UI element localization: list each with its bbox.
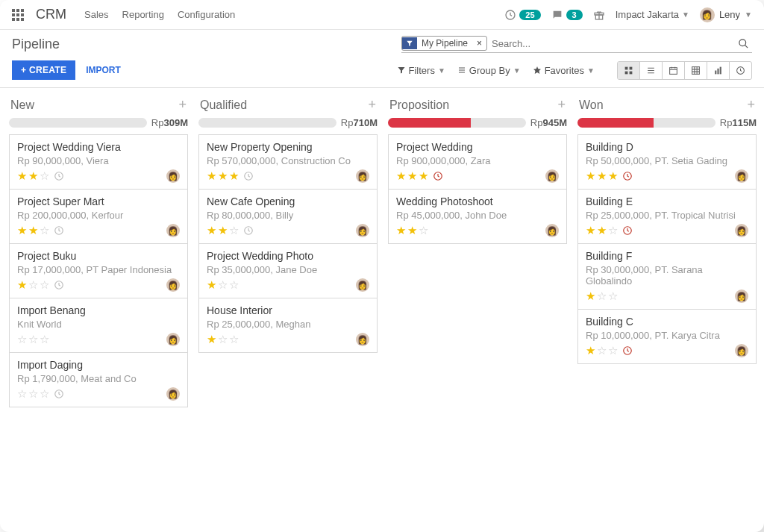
star-icon[interactable]: ★ <box>608 169 618 183</box>
star-icon[interactable]: ★ <box>396 169 406 183</box>
nav-reporting[interactable]: Reporting <box>122 9 164 20</box>
star-icon[interactable]: ★ <box>586 344 595 357</box>
import-link[interactable]: IMPORT <box>86 65 121 75</box>
star-icon[interactable]: ☆ <box>229 333 239 346</box>
avatar[interactable]: 👩 <box>166 278 180 292</box>
kanban-card[interactable]: Project BukuRp 17,000,000, PT Paper Indo… <box>9 243 188 298</box>
star-icon[interactable]: ☆ <box>17 333 27 346</box>
star-icon[interactable]: ☆ <box>40 333 49 346</box>
star-icon[interactable]: ★ <box>28 169 38 183</box>
star-icon[interactable]: ★ <box>407 224 417 237</box>
kanban-card[interactable]: Project Wedding VieraRp 90,000,000, Vier… <box>9 134 188 190</box>
nav-sales[interactable]: Sales <box>84 9 109 20</box>
avatar[interactable]: 👩 <box>166 169 180 183</box>
kanban-card[interactable]: Import BenangKnit World☆☆☆👩 <box>9 298 188 353</box>
search-input[interactable] <box>492 38 735 49</box>
star-icon[interactable]: ☆ <box>40 278 49 292</box>
star-icon[interactable]: ☆ <box>229 224 239 237</box>
search-icon[interactable] <box>735 38 752 49</box>
star-icon[interactable]: ☆ <box>40 387 49 401</box>
user-menu[interactable]: 👩 Leny ▼ <box>700 7 752 22</box>
clock-icon[interactable] <box>622 225 633 236</box>
clock-icon[interactable] <box>433 171 443 181</box>
nav-configuration[interactable]: Configuration <box>178 9 235 20</box>
gift-icon[interactable] <box>593 9 605 21</box>
avatar[interactable]: 👩 <box>356 333 369 346</box>
add-card-button[interactable]: + <box>178 97 187 113</box>
star-icon[interactable]: ★ <box>28 224 38 237</box>
star-icon[interactable]: ★ <box>207 169 216 183</box>
clock-icon[interactable] <box>243 225 254 236</box>
column-title[interactable]: Qualified <box>200 98 247 112</box>
clock-icon[interactable] <box>54 280 64 290</box>
star-icon[interactable]: ★ <box>586 224 595 237</box>
star-icon[interactable]: ☆ <box>28 387 38 401</box>
star-icon[interactable]: ★ <box>407 169 417 183</box>
create-button[interactable]: + CREATE <box>12 60 75 80</box>
avatar[interactable]: 👩 <box>735 290 748 303</box>
star-icon[interactable]: ★ <box>597 169 607 183</box>
star-icon[interactable]: ★ <box>229 169 239 183</box>
kanban-card[interactable]: Project Super MartRp 200,000,000, Kerfou… <box>9 189 188 244</box>
star-icon[interactable]: ☆ <box>419 224 428 237</box>
add-card-button[interactable]: + <box>557 97 566 113</box>
column-progress[interactable] <box>198 118 336 128</box>
star-icon[interactable]: ☆ <box>28 333 38 346</box>
star-icon[interactable]: ☆ <box>597 290 607 303</box>
kanban-card[interactable]: Wedding PhotoshootRp 45,000,000, John Do… <box>388 189 567 244</box>
avatar[interactable]: 👩 <box>735 224 748 237</box>
view-pivot[interactable] <box>685 62 707 79</box>
column-progress[interactable] <box>9 118 147 128</box>
add-card-button[interactable]: + <box>747 97 755 113</box>
view-kanban[interactable] <box>618 62 640 79</box>
view-activity[interactable] <box>730 62 751 79</box>
clock-icon[interactable] <box>54 389 64 399</box>
kanban-card[interactable]: New Cafe OpeningRp 80,000,000, Billy★★☆👩 <box>198 189 378 244</box>
kanban-card[interactable]: Building CRp 10,000,000, PT. Karya Citra… <box>577 309 757 364</box>
star-icon[interactable]: ☆ <box>218 333 228 346</box>
groupby-button[interactable]: Group By▼ <box>457 65 521 76</box>
avatar[interactable]: 👩 <box>356 169 369 183</box>
star-icon[interactable]: ☆ <box>17 387 27 401</box>
avatar[interactable]: 👩 <box>166 387 180 401</box>
star-icon[interactable]: ★ <box>396 224 406 237</box>
star-icon[interactable]: ☆ <box>218 278 228 292</box>
clock-icon[interactable] <box>243 171 254 181</box>
star-icon[interactable]: ★ <box>17 278 27 292</box>
star-icon[interactable]: ★ <box>207 333 216 346</box>
clock-icon[interactable] <box>622 171 633 181</box>
close-icon[interactable]: × <box>472 38 486 48</box>
star-icon[interactable]: ★ <box>17 169 27 183</box>
column-progress[interactable] <box>577 118 716 128</box>
avatar[interactable]: 👩 <box>735 169 748 183</box>
star-icon[interactable]: ☆ <box>597 344 607 357</box>
star-icon[interactable]: ☆ <box>608 344 618 357</box>
filters-button[interactable]: Filters▼ <box>397 65 445 76</box>
view-graph[interactable] <box>707 62 730 79</box>
star-icon[interactable]: ★ <box>207 224 216 237</box>
star-icon[interactable]: ☆ <box>608 224 618 237</box>
favorites-button[interactable]: Favorites▼ <box>533 65 595 76</box>
add-card-button[interactable]: + <box>368 97 376 113</box>
kanban-card[interactable]: Import DagingRp 1,790,000, Meat and Co☆☆… <box>9 352 188 407</box>
view-calendar[interactable] <box>663 62 685 79</box>
star-icon[interactable]: ★ <box>207 278 216 292</box>
column-title[interactable]: New <box>10 98 34 112</box>
avatar[interactable]: 👩 <box>356 224 369 237</box>
avatar[interactable]: 👩 <box>735 344 748 357</box>
search-bar[interactable]: My Pipeline × <box>401 36 752 53</box>
star-icon[interactable]: ☆ <box>229 278 239 292</box>
star-icon[interactable]: ★ <box>17 224 27 237</box>
apps-icon[interactable] <box>12 9 24 21</box>
clock-icon[interactable] <box>54 171 64 181</box>
kanban-card[interactable]: Project WeddingRp 900,000,000, Zara★★★👩 <box>388 134 567 190</box>
kanban-card[interactable]: New Property OpeningRp 570,000,000, Cons… <box>198 134 378 190</box>
avatar[interactable]: 👩 <box>356 278 369 292</box>
messages-indicator[interactable]: 3 <box>551 9 583 21</box>
star-icon[interactable]: ★ <box>597 224 607 237</box>
star-icon[interactable]: ☆ <box>40 224 49 237</box>
kanban-card[interactable]: Building FRp 30,000,000, PT. Sarana Glob… <box>577 243 757 310</box>
kanban-card[interactable]: Project Wedding PhotoRp 35,000,000, Jane… <box>198 243 378 298</box>
star-icon[interactable]: ★ <box>586 169 595 183</box>
column-title[interactable]: Proposition <box>389 98 449 112</box>
